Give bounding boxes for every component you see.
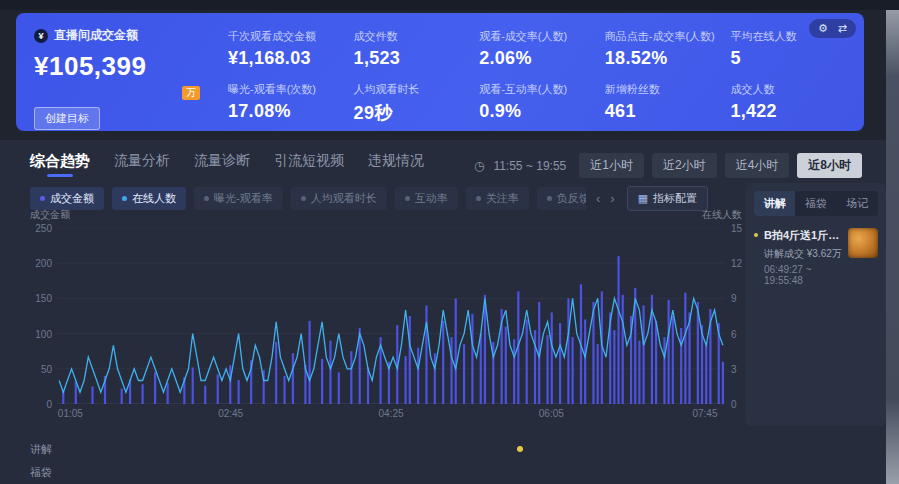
chart-plot-area[interactable] — [57, 228, 725, 404]
tab-流量分析[interactable]: 流量分析 — [114, 152, 170, 177]
header-metric: 观看-互动率(人数)0.9% — [479, 82, 597, 122]
explain-sidebar: 讲解福袋场记 B拍4斤送1斤共35-4... 讲解成交 ¥3.62万 06:49… — [746, 183, 886, 426]
left-tick: 0 — [30, 399, 52, 410]
item-title: B拍4斤送1斤共35-4... — [764, 228, 842, 243]
right-tick: 0 — [731, 399, 737, 410]
metric-chip-负反馈率[interactable]: 负反馈率 — [537, 187, 586, 210]
left-tick: 200 — [30, 258, 52, 269]
time-buttons: 近1小时近2小时近4小时近8小时 — [579, 153, 862, 178]
item-deal-amount: 讲解成交 ¥3.62万 — [764, 247, 842, 261]
metric-value: ¥1,168.03 — [228, 48, 346, 69]
right-tick: 9 — [731, 293, 737, 304]
explain-item[interactable]: B拍4斤送1斤共35-4... 讲解成交 ¥3.62万 06:49:27 ~ 1… — [754, 228, 878, 286]
x-tick: 04:25 — [378, 408, 403, 419]
top-strip — [0, 0, 899, 10]
product-thumbnail — [848, 228, 878, 258]
primary-metric-value: ¥105,399 — [34, 51, 220, 82]
metric-label: 商品点击-成交率(人数) — [605, 29, 723, 44]
trend-chart: 成交金额 在线人数 2502001501005001512963001:0502… — [30, 208, 742, 426]
right-tick: 15 — [731, 223, 742, 234]
metric-chip-曝光-观看率[interactable]: 曝光-观看率 — [194, 187, 283, 210]
metric-value: 0.9% — [479, 101, 597, 122]
time-filter: ◷ 11:55 ~ 19:55 近1小时近2小时近4小时近8小时 — [474, 153, 862, 178]
tab-流量诊断[interactable]: 流量诊断 — [194, 152, 250, 177]
sidebar-tab-福袋[interactable]: 福袋 — [795, 191, 836, 216]
chevron-left-icon[interactable]: ‹ — [596, 192, 600, 205]
x-tick: 07:45 — [692, 408, 717, 419]
left-tick: 100 — [30, 329, 52, 340]
metric-chip-成交金额[interactable]: 成交金额 — [30, 187, 104, 210]
right-tick: 12 — [731, 258, 742, 269]
chip-dot — [405, 196, 410, 201]
metric-value: 1,422 — [730, 101, 848, 122]
swap-icon[interactable]: ⇄ — [838, 22, 847, 35]
chips-pager: ‹ › — [596, 192, 615, 205]
primary-metric-label: 直播间成交金额 — [54, 27, 138, 44]
sidebar-tab-场记[interactable]: 场记 — [837, 191, 878, 216]
coin-icon: ¥ — [34, 29, 48, 43]
chip-dot — [204, 196, 209, 201]
left-tick: 150 — [30, 293, 52, 304]
header-metric-column: 成交件数1,523人均观看时长29秒 — [354, 27, 472, 130]
header-metric: 成交人数1,422 — [730, 82, 848, 122]
metric-chip-互动率[interactable]: 互动率 — [395, 187, 458, 210]
metric-config-label: 指标配置 — [653, 191, 697, 206]
header-metric: 千次观看成交金额¥1,168.03 — [228, 29, 346, 69]
metric-value: 29秒 — [354, 101, 472, 125]
tab-综合趋势[interactable]: 综合趋势 — [30, 152, 90, 177]
left-tick: 250 — [30, 223, 52, 234]
header-metric: 观看-成交率(人数)2.06% — [479, 29, 597, 69]
chip-dot — [301, 196, 306, 201]
metric-value: 18.52% — [605, 48, 723, 69]
header-metric-column: 平均在线人数5成交人数1,422 — [730, 27, 848, 130]
header-metric: 曝光-观看率(次数)17.08% — [228, 82, 346, 122]
grid-icon: ▦ — [638, 192, 648, 205]
event-marker[interactable] — [517, 446, 523, 452]
kpi-header-card: ¥ 直播间成交金额 ¥105,399 万 创建目标 千次观看成交金额¥1,168… — [16, 13, 864, 131]
right-tick: 3 — [731, 364, 737, 375]
primary-metric: ¥ 直播间成交金额 ¥105,399 万 创建目标 — [34, 27, 220, 130]
chip-dot — [547, 196, 552, 201]
clock-icon: ◷ — [474, 159, 484, 173]
unit-badge: 万 — [182, 86, 200, 100]
left-tick: 50 — [30, 364, 52, 375]
time-option[interactable]: 近1小时 — [579, 153, 644, 178]
lane-label: 福袋 — [30, 465, 57, 480]
metric-value: 461 — [605, 101, 723, 122]
metric-chip-人均观看时长[interactable]: 人均观看时长 — [291, 187, 387, 210]
create-goal-button[interactable]: 创建目标 — [34, 107, 100, 130]
metric-value: 2.06% — [479, 48, 597, 69]
sidebar-tab-讲解[interactable]: 讲解 — [754, 191, 795, 216]
time-option[interactable]: 近8小时 — [797, 153, 862, 178]
scroll-strip[interactable] — [886, 10, 899, 484]
item-status-dot — [754, 233, 758, 237]
left-axis-title: 成交金额 — [30, 208, 70, 222]
time-option[interactable]: 近2小时 — [652, 153, 717, 178]
metric-label: 千次观看成交金额 — [228, 29, 346, 44]
x-tick: 06:05 — [539, 408, 564, 419]
tab-违规情况[interactable]: 违规情况 — [368, 152, 424, 177]
metric-label: 观看-成交率(人数) — [479, 29, 597, 44]
tab-引流短视频[interactable]: 引流短视频 — [274, 152, 344, 177]
x-tick: 02:45 — [218, 408, 243, 419]
right-axis-title: 在线人数 — [702, 208, 742, 222]
metric-chip-在线人数[interactable]: 在线人数 — [112, 187, 186, 210]
right-tick: 6 — [731, 329, 737, 340]
time-range: 11:55 ~ 19:55 — [493, 159, 566, 173]
lane-label: 讲解 — [30, 442, 57, 457]
chevron-right-icon[interactable]: › — [610, 192, 614, 205]
time-option[interactable]: 近4小时 — [725, 153, 790, 178]
metric-chip-关注率[interactable]: 关注率 — [466, 187, 529, 210]
metric-label: 人均观看时长 — [354, 82, 472, 97]
chip-dot — [122, 196, 127, 201]
event-lane-福袋: 福袋 — [30, 461, 742, 484]
metric-label: 观看-互动率(人数) — [479, 82, 597, 97]
gear-icon[interactable]: ⚙ — [818, 22, 828, 35]
chip-dot — [476, 196, 481, 201]
metric-chips: 成交金额在线人数曝光-观看率人均观看时长互动率关注率负反馈率负反馈次数千次观看 — [30, 187, 586, 210]
header-metric: 新增粉丝数461 — [605, 82, 723, 122]
sidebar-tabs: 讲解福袋场记 — [754, 191, 878, 216]
metric-label: 成交件数 — [354, 29, 472, 44]
metric-label: 成交人数 — [730, 82, 848, 97]
chip-dot — [40, 196, 45, 201]
